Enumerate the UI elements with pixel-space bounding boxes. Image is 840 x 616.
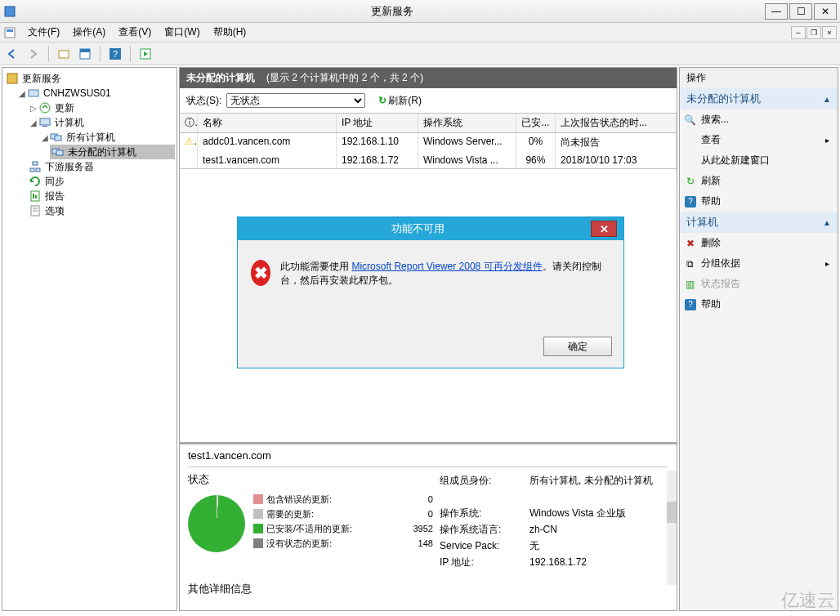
- tree-options[interactable]: 选项: [27, 203, 175, 218]
- col-status-icon[interactable]: ⓘ: [180, 114, 198, 132]
- actions-section-unassigned[interactable]: 未分配的计算机▲: [680, 88, 838, 109]
- tree-all-computers[interactable]: ◢ 所有计算机: [38, 130, 175, 145]
- filter-state-label: 状态(S):: [186, 94, 221, 108]
- window-maximize-button[interactable]: ☐: [789, 3, 812, 20]
- tree-toggle-icon[interactable]: ◢: [17, 89, 27, 98]
- menu-action[interactable]: 操作(A): [66, 24, 112, 41]
- tree-root-label: 更新服务: [22, 72, 61, 86]
- tree-report[interactable]: 报告: [27, 189, 175, 203]
- tree-sync-label: 同步: [45, 175, 65, 189]
- table-row[interactable]: addc01.vancen.com 192.168.1.10 Windows S…: [180, 133, 677, 152]
- tree-all-computers-label: 所有计算机: [66, 131, 115, 145]
- status-pie-chart: [188, 495, 245, 552]
- toolbar-view-button[interactable]: [76, 45, 94, 63]
- tree-updates[interactable]: ▷ 更新: [27, 100, 175, 115]
- menu-view[interactable]: 查看(V): [112, 24, 158, 41]
- toolbar: ?: [0, 42, 840, 65]
- cell-installed: 0%: [516, 133, 556, 152]
- tree-root[interactable]: 更新服务: [4, 71, 175, 86]
- col-name[interactable]: 名称: [198, 114, 337, 132]
- sync-icon: [29, 175, 42, 188]
- action-help-2[interactable]: ? 帮助: [680, 294, 838, 315]
- col-last-report[interactable]: 上次报告状态的时...: [556, 114, 677, 132]
- toolbar-properties-button[interactable]: [55, 45, 73, 63]
- detail-scrollbar-thumb[interactable]: [667, 502, 677, 523]
- update-services-icon: [6, 72, 19, 85]
- computers-table: ⓘ 名称 IP 地址 操作系统 已安... 上次报告状态的时... addc01…: [180, 114, 677, 169]
- dialog-close-button[interactable]: ✕: [591, 221, 617, 237]
- refresh-icon: ↻: [685, 176, 696, 187]
- window-minimize-button[interactable]: —: [765, 3, 788, 20]
- mmc-icon: [3, 26, 16, 39]
- computers-icon: [38, 116, 51, 129]
- action-view[interactable]: 查看: [680, 130, 838, 150]
- action-group-by[interactable]: ⧉ 分组依据: [680, 253, 838, 274]
- tree-sync[interactable]: 同步: [27, 174, 175, 189]
- window-titlebar: 更新服务 — ☐ ✕: [0, 0, 840, 23]
- prop-group-label: 组成员身份:: [440, 472, 521, 489]
- detail-scrollbar[interactable]: [667, 471, 677, 585]
- tree-downstream[interactable]: 下游服务器: [27, 159, 175, 174]
- forward-button[interactable]: [25, 45, 42, 63]
- svg-rect-10: [29, 90, 38, 96]
- cell-name: addc01.vancen.com: [198, 133, 337, 152]
- action-delete[interactable]: ✖ 删除: [680, 233, 838, 253]
- action-refresh[interactable]: ↻ 刷新: [680, 171, 838, 191]
- group-icon: ⧉: [685, 258, 696, 270]
- other-detail-header[interactable]: 其他详细信息: [188, 582, 668, 596]
- tree-updates-label: 更新: [55, 101, 74, 115]
- center-header-title: 未分配的计算机: [186, 71, 255, 85]
- detail-host: test1.vancen.com: [188, 449, 668, 467]
- filter-state-select[interactable]: 无状态: [226, 93, 365, 108]
- tree-computers[interactable]: ◢ 计算机: [27, 115, 175, 130]
- mdi-restore-button[interactable]: ❐: [806, 26, 821, 39]
- toolbar-help-button[interactable]: ?: [106, 45, 124, 63]
- tree-server[interactable]: ◢ CNHZWSUS01: [16, 86, 175, 100]
- mdi-close-button[interactable]: ×: [822, 26, 837, 39]
- prop-sp-label: Service Pack:: [440, 538, 521, 554]
- dialog-link[interactable]: Microsoft Report Viewer 2008 可再分发组件: [351, 261, 542, 272]
- action-new-window[interactable]: 从此处新建窗口: [680, 150, 838, 171]
- action-search[interactable]: 🔍 搜索...: [680, 109, 838, 130]
- row-warning-icon: [180, 133, 198, 152]
- col-installed[interactable]: 已安...: [516, 114, 556, 132]
- mdi-minimize-button[interactable]: –: [791, 26, 806, 39]
- delete-icon: ✖: [685, 238, 696, 249]
- tree-options-label: 选项: [45, 204, 65, 218]
- dialog-ok-button[interactable]: 确定: [543, 337, 612, 356]
- app-icon: [3, 5, 16, 18]
- menu-window[interactable]: 窗口(W): [158, 24, 206, 41]
- refresh-button[interactable]: ↻ 刷新(R): [378, 94, 422, 108]
- col-os[interactable]: 操作系统: [418, 114, 516, 132]
- menu-help[interactable]: 帮助(H): [207, 24, 253, 41]
- svg-rect-13: [42, 126, 47, 127]
- prop-oslang-value: zh-CN: [529, 521, 668, 538]
- svg-rect-1: [5, 28, 15, 38]
- tree-pane: 更新服务 ◢ CNHZWSUS01 ▷ 更新 ◢ 计算机: [2, 67, 177, 611]
- action-status-report: ▥ 状态报告: [680, 274, 838, 294]
- col-ip[interactable]: IP 地址: [337, 114, 418, 132]
- legend-item: 包含错误的更新:0: [253, 492, 433, 507]
- tree-expand-icon[interactable]: ▷: [29, 104, 38, 113]
- svg-rect-12: [40, 118, 50, 125]
- tree-unassigned-computers[interactable]: 未分配的计算机: [50, 145, 175, 159]
- watermark: 亿速云: [781, 588, 835, 613]
- actions-pane: 操作 未分配的计算机▲ 🔍 搜索... 查看 从此处新建窗口 ↻ 刷新 ? 帮助: [679, 67, 838, 611]
- menu-file[interactable]: 文件(F): [21, 24, 66, 41]
- svg-rect-19: [30, 168, 34, 172]
- action-help[interactable]: ? 帮助: [680, 191, 838, 212]
- window-close-button[interactable]: ✕: [814, 3, 837, 20]
- table-row[interactable]: test1.vancen.com 192.168.1.72 Windows Vi…: [180, 152, 677, 168]
- actions-section-computers[interactable]: 计算机▲: [680, 212, 838, 233]
- cell-os: Windows Vista ...: [418, 152, 516, 168]
- computer-group-icon: [50, 131, 63, 144]
- search-icon: 🔍: [685, 114, 696, 126]
- tree-toggle-icon[interactable]: ◢: [40, 133, 50, 142]
- toolbar-play-button[interactable]: [136, 45, 154, 63]
- options-icon: [29, 204, 42, 217]
- tree-toggle-icon[interactable]: ◢: [29, 118, 38, 127]
- center-header: 未分配的计算机 (显示 2 个计算机中的 2 个，共 2 个): [180, 68, 677, 88]
- svg-rect-5: [80, 49, 90, 52]
- back-button[interactable]: [3, 45, 21, 63]
- prop-ip-value: 192.168.1.72: [529, 554, 668, 570]
